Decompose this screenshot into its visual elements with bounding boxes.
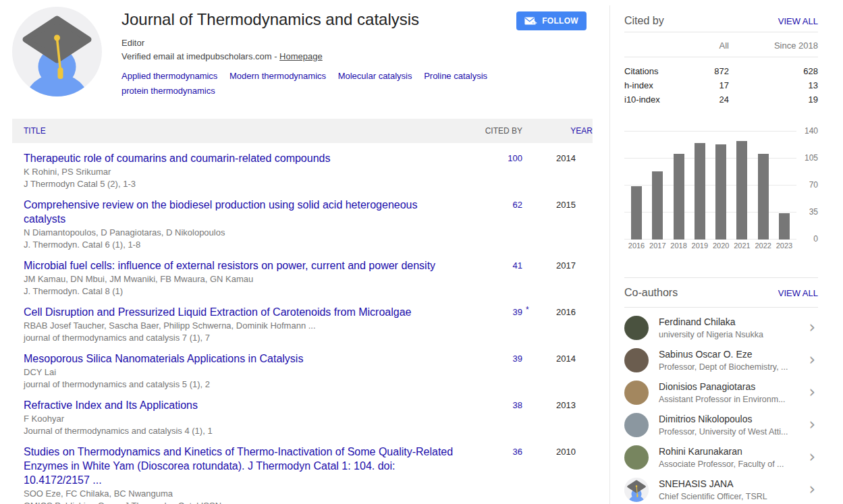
stat-row-i10-index: i10-index 24 19 bbox=[624, 92, 818, 107]
interest-tag-modern-thermodynamics[interactable]: Modern thermodynamics bbox=[229, 71, 326, 81]
publication-authors: K Rohini, PS Srikumar bbox=[24, 166, 462, 177]
publication-year: 2016 bbox=[537, 305, 593, 343]
coauthor-name: Ferdinand Chilaka bbox=[659, 316, 736, 327]
interest-tag-protein-thermodynamics[interactable]: protein thermodynamics bbox=[121, 86, 215, 96]
x-axis-year-label: 2016 bbox=[628, 240, 645, 252]
publication-authors: DCY Lai bbox=[24, 366, 462, 378]
x-axis-year-label: 2021 bbox=[734, 240, 750, 252]
publication-authors: F Koohyar bbox=[24, 413, 462, 424]
cited-by-view-all-link[interactable]: VIEW ALL bbox=[778, 16, 818, 26]
interest-tags: Applied thermodynamics Modern thermodyna… bbox=[121, 69, 513, 99]
publication-title-link[interactable]: Cell Disruption and Pressurized Liquid E… bbox=[24, 305, 462, 319]
publication-venue: journal of thermodynamics and catalysis … bbox=[24, 332, 462, 343]
interest-tag-proline-catalysis[interactable]: Proline catalysis bbox=[424, 71, 487, 81]
publication-title-link[interactable]: Comprehensive review on the biodiesel pr… bbox=[24, 198, 462, 226]
verified-email-text: Verified email at imedpubscholars.com - bbox=[121, 51, 279, 61]
interest-tag-molecular-catalysis[interactable]: Molecular catalysis bbox=[338, 71, 412, 81]
publication-row: Mesoporous Silica Nanomaterials Applicat… bbox=[12, 343, 593, 390]
stat-value-all[interactable]: 872 bbox=[685, 64, 729, 78]
coauthor-avatar-3 bbox=[624, 413, 649, 437]
chart-bar-2017[interactable] bbox=[652, 171, 663, 240]
coauthor-affiliation: Professor, University of West Atti... bbox=[659, 427, 788, 437]
sort-by-year-header[interactable]: YEAR bbox=[537, 126, 593, 136]
publications-table-header: TITLE CITED BY YEAR bbox=[12, 119, 593, 143]
main-column: Journal of Thermodynamics and catalysis … bbox=[12, 0, 593, 504]
coauthor-item[interactable]: Sabinus Oscar O. Eze Professor, Dept of … bbox=[624, 344, 818, 376]
citation-stats-table: Citations 872 628 h-index 17 13 i10-inde… bbox=[624, 64, 818, 107]
cited-by-count-link[interactable]: 39 bbox=[475, 352, 522, 390]
y-axis-tick-label: 70 bbox=[798, 180, 818, 190]
coauthor-affiliation: Associate Professor, Faculty of ... bbox=[659, 459, 784, 469]
cited-by-count-link[interactable]: 62 bbox=[475, 198, 522, 250]
chevron-right-icon[interactable]: › bbox=[805, 416, 818, 434]
cited-by-count-link[interactable]: 38 bbox=[475, 398, 522, 437]
coauthor-item[interactable]: Dionisios Panagiotaras Assistant Profess… bbox=[624, 376, 818, 409]
stat-value-since: 13 bbox=[729, 78, 818, 92]
publication-title-link[interactable]: Studies on Thermodynamics and Kinetics o… bbox=[24, 445, 462, 487]
stat-row-h-index: h-index 17 13 bbox=[624, 78, 818, 92]
publication-year: 2013 bbox=[537, 398, 593, 437]
cited-by-count-link[interactable]: 100 bbox=[475, 151, 522, 190]
coauthors-view-all-link[interactable]: VIEW ALL bbox=[778, 288, 818, 298]
coauthor-affiliation: university of Nigeria Nsukka bbox=[659, 330, 763, 339]
coauthors-title: Co-authors bbox=[624, 287, 678, 299]
sidebar: Cited by VIEW ALL All Since 2018 Citatio… bbox=[624, 0, 818, 504]
cited-by-count-link[interactable]: 41 bbox=[475, 258, 522, 297]
follow-button[interactable]: FOLLOW bbox=[516, 11, 587, 30]
interest-tag-applied-thermodynamics[interactable]: Applied thermodynamics bbox=[121, 71, 217, 81]
x-axis-year-label: 2017 bbox=[649, 240, 665, 252]
y-axis-tick-label: 35 bbox=[798, 207, 818, 217]
coauthor-item[interactable]: Ferdinand Chilaka university of Nigeria … bbox=[624, 312, 818, 344]
publications-rows: Therapeutic role of coumarins and coumar… bbox=[12, 143, 593, 504]
stat-label: h-index bbox=[624, 78, 685, 92]
publication-title-link[interactable]: Mesoporous Silica Nanomaterials Applicat… bbox=[24, 352, 462, 366]
chart-bar-2018[interactable] bbox=[674, 154, 684, 240]
cited-by-title: Cited by bbox=[624, 15, 664, 27]
chevron-right-icon[interactable]: › bbox=[805, 481, 818, 499]
publication-row: Microbial fuel cells: influence of exter… bbox=[12, 250, 593, 297]
chevron-right-icon[interactable]: › bbox=[805, 384, 818, 401]
publication-row: Cell Disruption and Pressurized Liquid E… bbox=[12, 297, 593, 343]
cited-by-section-header: Cited by VIEW ALL bbox=[624, 15, 818, 27]
publication-title-link[interactable]: Microbial fuel cells: influence of exter… bbox=[24, 258, 462, 273]
publication-authors: N Diamantopoulos, D Panagiotaras, D Niko… bbox=[24, 227, 462, 238]
chart-bar-2023[interactable] bbox=[779, 213, 790, 240]
chart-bar-2016[interactable] bbox=[631, 186, 642, 240]
coauthor-item[interactable]: Rohini Karunakaran Associate Professor, … bbox=[624, 441, 818, 474]
coauthor-name: SNEHASIS JANA bbox=[659, 478, 733, 489]
stats-col-since: Since 2018 bbox=[729, 40, 818, 51]
chart-bar-2020[interactable] bbox=[715, 144, 726, 240]
cited-by-count-link[interactable]: 36 bbox=[475, 445, 522, 504]
publication-row: Comprehensive review on the biodiesel pr… bbox=[12, 190, 593, 250]
publication-title-link[interactable]: Therapeutic role of coumarins and coumar… bbox=[24, 151, 462, 165]
profile-info: Journal of Thermodynamics and catalysis … bbox=[121, 9, 513, 99]
chevron-right-icon[interactable]: › bbox=[805, 449, 818, 466]
coauthors-section-header: Co-authors VIEW ALL bbox=[624, 287, 818, 299]
chart-bar-2021[interactable] bbox=[736, 141, 747, 240]
divider bbox=[624, 57, 818, 57]
publication-title-link[interactable]: Refractive Index and Its Applications bbox=[24, 398, 462, 412]
coauthor-avatar-1 bbox=[624, 348, 649, 372]
stat-value-all: 24 bbox=[685, 92, 729, 107]
chart-bar-2022[interactable] bbox=[758, 154, 769, 240]
cited-by-count-link[interactable]: 39 bbox=[475, 305, 522, 343]
scholar-profile-page: Journal of Thermodynamics and catalysis … bbox=[0, 0, 843, 504]
coauthor-item[interactable]: Dimitrios Nikolopoulos Professor, Univer… bbox=[624, 409, 818, 441]
coauthor-item[interactable]: SNEHASIS JANA Chief Scientific Officer, … bbox=[624, 474, 818, 504]
y-axis-tick-label: 0 bbox=[798, 234, 818, 244]
homepage-link[interactable]: Homepage bbox=[279, 51, 323, 61]
divider bbox=[624, 307, 818, 308]
chart-bar-2019[interactable] bbox=[695, 143, 705, 240]
y-axis-tick-label: 140 bbox=[798, 126, 818, 136]
publication-authors: RBAB Josef Taucher, Sascha Baer, Philipp… bbox=[24, 320, 462, 331]
publication-authors: SOO Eze, FC Chilaka, BC Nwanguma bbox=[24, 488, 462, 499]
x-axis-year-label: 2018 bbox=[670, 240, 686, 252]
stat-value-since[interactable]: 628 bbox=[729, 64, 818, 78]
chevron-right-icon[interactable]: › bbox=[805, 352, 818, 369]
scholar-default-avatar-icon bbox=[12, 7, 102, 96]
column-divider bbox=[609, 5, 610, 504]
chevron-right-icon[interactable]: › bbox=[805, 319, 818, 337]
sort-by-title-header[interactable]: TITLE bbox=[12, 126, 475, 136]
publication-row: Studies on Thermodynamics and Kinetics o… bbox=[12, 437, 593, 504]
chart-bars: 20162017201820192020202120222023 bbox=[624, 132, 796, 252]
